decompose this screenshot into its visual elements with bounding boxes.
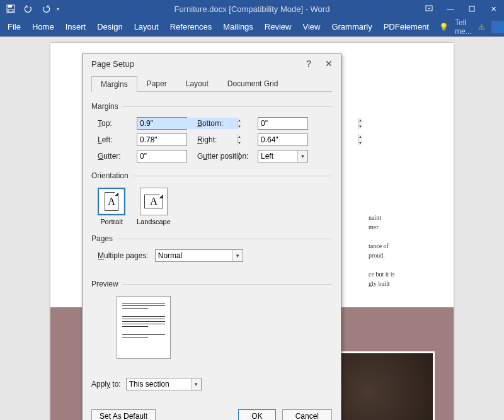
orientation-portrait[interactable]: A Portrait bbox=[98, 188, 125, 225]
maximize-icon[interactable] bbox=[461, 0, 483, 18]
window-controls: — ✕ bbox=[418, 0, 504, 18]
chevron-down-icon[interactable]: ▼ bbox=[297, 150, 307, 162]
quick-access-toolbar: ▾ bbox=[0, 2, 63, 16]
ok-button[interactable]: OK bbox=[238, 409, 275, 420]
tab-paper[interactable]: Paper bbox=[137, 76, 176, 91]
redo-icon[interactable] bbox=[39, 2, 53, 16]
apply-to-label: Apply to: bbox=[91, 380, 121, 389]
spin-down-icon[interactable]: ▼ bbox=[358, 124, 362, 130]
svg-rect-1 bbox=[8, 5, 12, 8]
tab-margins[interactable]: Margins bbox=[91, 76, 137, 92]
right-label: Right: bbox=[197, 135, 254, 144]
chevron-down-icon[interactable]: ▼ bbox=[191, 378, 201, 390]
dialog-titlebar[interactable]: Page Setup ? ✕ bbox=[83, 54, 341, 73]
share-button[interactable]: 👤 Share bbox=[491, 21, 504, 33]
cancel-button[interactable]: Cancel bbox=[282, 409, 332, 420]
set-as-default-button[interactable]: Set As Default bbox=[91, 409, 156, 420]
tab-document-grid[interactable]: Document Grid bbox=[218, 76, 288, 91]
window-titlebar: ▾ Furniture.docx [Compatibility Mode] - … bbox=[0, 0, 504, 18]
bottom-margin-input[interactable]: ▲▼ bbox=[258, 117, 308, 130]
left-label: Left: bbox=[98, 135, 133, 144]
save-icon[interactable] bbox=[4, 2, 18, 16]
portrait-icon: A bbox=[105, 192, 118, 211]
tab-layout[interactable]: Layout bbox=[133, 20, 160, 34]
dialog-body: Margins Paper Layout Document Grid Margi… bbox=[83, 76, 341, 404]
landscape-icon: A bbox=[144, 195, 163, 208]
tab-mailings[interactable]: Mailings bbox=[222, 20, 255, 34]
tell-me-input[interactable]: Tell me... bbox=[455, 18, 472, 36]
help-icon[interactable]: ? bbox=[303, 58, 314, 69]
tab-references[interactable]: References bbox=[169, 20, 213, 34]
pages-heading: Pages bbox=[91, 234, 113, 243]
top-margin-input[interactable]: ▲▼ bbox=[137, 117, 187, 130]
person-icon: 👤 bbox=[495, 23, 504, 31]
tab-review[interactable]: Review bbox=[263, 20, 293, 34]
orientation-landscape[interactable]: A Landscape bbox=[137, 188, 171, 225]
dialog-button-row: Set As Default OK Cancel bbox=[83, 404, 341, 420]
close-icon[interactable]: ✕ bbox=[323, 58, 335, 69]
dialog-title: Page Setup bbox=[91, 59, 134, 69]
chevron-down-icon[interactable]: ▼ bbox=[232, 250, 243, 261]
margins-heading: Margins bbox=[91, 102, 118, 111]
body-text-fragment: naint mer tance of proud. ce but it is g… bbox=[369, 213, 425, 288]
gutter-label: Gutter: bbox=[98, 152, 133, 161]
svg-rect-4 bbox=[469, 6, 474, 11]
top-label: Top: bbox=[98, 119, 133, 128]
multiple-pages-label: Multiple pages: bbox=[98, 251, 149, 260]
spin-up-icon[interactable]: ▲ bbox=[358, 118, 362, 124]
tab-layout-dlg[interactable]: Layout bbox=[176, 76, 218, 91]
apply-to-select[interactable]: This section▼ bbox=[126, 378, 202, 390]
dialog-tabstrip: Margins Paper Layout Document Grid bbox=[91, 76, 332, 92]
bottom-label: Bottom: bbox=[197, 119, 254, 128]
left-margin-input[interactable]: ▲▼ bbox=[137, 133, 187, 146]
spin-up-icon[interactable]: ▲ bbox=[358, 134, 362, 140]
svg-rect-2 bbox=[8, 9, 13, 12]
lightbulb-icon: 💡 bbox=[439, 23, 449, 31]
page-setup-dialog: Page Setup ? ✕ Margins Paper Layout Docu… bbox=[82, 54, 341, 420]
multiple-pages-select[interactable]: Normal▼ bbox=[155, 249, 243, 262]
tab-view[interactable]: View bbox=[301, 20, 321, 34]
gutter-input[interactable]: ▲▼ bbox=[137, 150, 187, 162]
tab-design[interactable]: Design bbox=[96, 20, 123, 34]
gutter-position-label: Gutter position: bbox=[197, 152, 254, 161]
close-icon[interactable]: ✕ bbox=[483, 0, 504, 18]
right-margin-input[interactable]: ▲▼ bbox=[258, 133, 308, 146]
ribbon-tabs: File Home Insert Design Layout Reference… bbox=[0, 18, 504, 37]
tab-pdfelement[interactable]: PDFelement bbox=[382, 20, 430, 34]
qat-chevron-icon[interactable]: ▾ bbox=[57, 6, 59, 12]
gutter-position-select[interactable]: Left▼ bbox=[258, 150, 308, 162]
preview-heading: Preview bbox=[91, 280, 118, 288]
svg-rect-3 bbox=[426, 6, 432, 11]
tab-grammarly[interactable]: Grammarly bbox=[330, 20, 373, 34]
undo-icon[interactable] bbox=[21, 2, 35, 16]
spin-down-icon[interactable]: ▼ bbox=[358, 140, 362, 146]
tab-home[interactable]: Home bbox=[31, 20, 55, 34]
orientation-heading: Orientation bbox=[91, 171, 129, 180]
minimize-icon[interactable]: — bbox=[440, 0, 461, 18]
preview-thumbnail bbox=[117, 296, 171, 359]
warning-icon[interactable]: ⚠ bbox=[478, 23, 485, 31]
file-tab[interactable]: File bbox=[6, 20, 22, 34]
tab-insert[interactable]: Insert bbox=[64, 20, 88, 34]
ribbon-options-icon[interactable] bbox=[418, 0, 440, 18]
